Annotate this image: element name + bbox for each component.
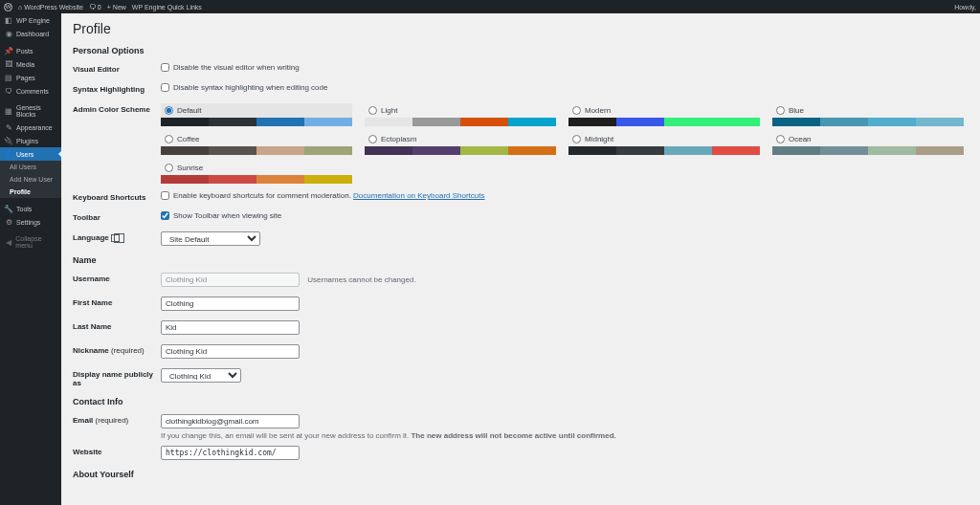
- keyboard-shortcuts-checkbox[interactable]: Enable keyboard shortcuts for comment mo…: [161, 191, 485, 200]
- swatch: [568, 146, 616, 155]
- swatch: [412, 118, 460, 126]
- keyboard-shortcuts-doc-link[interactable]: Documentation on Keyboard Shortcuts: [353, 191, 484, 200]
- toolbar-left: W ⌂ WordPress Website 🗨 0 + New WP Engin…: [4, 3, 202, 11]
- color-scheme-blue[interactable]: Blue: [772, 103, 964, 126]
- color-scheme-radio-label[interactable]: Default: [161, 103, 352, 118]
- color-scheme-radio-label[interactable]: Ocean: [772, 132, 964, 146]
- toolbar-checkbox[interactable]: Show Toolbar when viewing site: [161, 211, 281, 220]
- sidebar-item-wpengine[interactable]: ◧ WP Engine: [0, 13, 61, 27]
- home-icon: ⌂: [18, 4, 22, 11]
- visual-editor-checkbox-input[interactable]: [161, 63, 169, 72]
- sidebar-item-tools[interactable]: 🔧 Tools: [0, 202, 61, 215]
- sidebar-item-appearance[interactable]: ✎ Appearance: [0, 121, 61, 134]
- page-title: Profile: [73, 21, 969, 36]
- color-scheme-radio[interactable]: [165, 135, 173, 143]
- submenu-add-new-user[interactable]: Add New User: [0, 173, 61, 186]
- swatch: [256, 146, 304, 155]
- swatch: [161, 118, 209, 126]
- color-scheme-ocean[interactable]: Ocean: [772, 132, 964, 155]
- color-scheme-radio[interactable]: [368, 135, 377, 143]
- color-scheme-radio-label[interactable]: Ectoplasm: [365, 132, 556, 146]
- first-name-input[interactable]: [161, 296, 300, 311]
- comments-count: 0: [98, 4, 101, 11]
- sidebar-item-label: Users: [16, 151, 33, 158]
- language-select[interactable]: Site Default: [161, 231, 260, 246]
- swatch: [209, 175, 256, 184]
- last-name-input[interactable]: [161, 320, 300, 335]
- color-scheme-swatches: [365, 118, 556, 126]
- color-scheme-radio[interactable]: [776, 106, 785, 115]
- color-scheme-coffee[interactable]: Coffee: [161, 132, 352, 155]
- color-scheme-modern[interactable]: Modern: [568, 103, 760, 126]
- color-scheme-radio-label[interactable]: Blue: [772, 103, 964, 118]
- color-scheme-radio[interactable]: [776, 135, 785, 143]
- comments-link[interactable]: 🗨 0: [89, 4, 101, 11]
- color-scheme-radio[interactable]: [368, 106, 377, 115]
- syntax-checkbox-input[interactable]: [161, 83, 169, 92]
- sidebar-item-posts[interactable]: 📌 Posts: [0, 44, 61, 57]
- sidebar-item-plugins[interactable]: 🔌 Plugins: [0, 134, 61, 147]
- color-scheme-default[interactable]: Default: [161, 103, 352, 126]
- blocks-icon: ▦: [5, 107, 12, 115]
- page-icon: ▤: [5, 74, 12, 81]
- color-scheme-light[interactable]: Light: [365, 103, 556, 126]
- color-scheme-radio-label[interactable]: Coffee: [161, 132, 352, 146]
- label-language: Language: [73, 231, 161, 242]
- nickname-text: Nickname: [73, 346, 109, 355]
- color-scheme-name: Ectoplasm: [381, 135, 416, 143]
- visual-editor-checkbox[interactable]: Disable the visual editor when writing: [161, 63, 300, 72]
- comment-bubble-icon: 🗨: [89, 4, 96, 11]
- color-scheme-radio-label[interactable]: Light: [365, 103, 556, 118]
- swatch: [365, 118, 412, 126]
- color-scheme-radio[interactable]: [165, 164, 173, 172]
- sidebar-item-label: Collapse menu: [15, 235, 56, 249]
- submenu-all-users[interactable]: All Users: [0, 161, 61, 173]
- website-input[interactable]: [161, 446, 300, 460]
- sidebar-item-genesis[interactable]: ▦ Genesis Blocks: [0, 101, 61, 121]
- email-input[interactable]: [161, 414, 300, 428]
- color-scheme-radio[interactable]: [572, 135, 581, 143]
- color-scheme-radio-label[interactable]: Midnight: [568, 132, 760, 146]
- color-scheme-sunrise[interactable]: Sunrise: [161, 161, 352, 184]
- sidebar-item-label: Dashboard: [16, 31, 49, 37]
- swatch: [161, 146, 209, 155]
- label-nickname: Nickname (required): [73, 344, 161, 355]
- swatch: [916, 146, 964, 155]
- wp-logo-menu[interactable]: W: [4, 3, 12, 11]
- swatch: [616, 118, 664, 126]
- color-scheme-name: Blue: [789, 106, 804, 115]
- color-scheme-ectoplasm[interactable]: Ectoplasm: [365, 132, 556, 155]
- color-scheme-name: Coffee: [177, 135, 199, 143]
- new-content-link[interactable]: + New: [107, 4, 126, 11]
- sidebar-item-dashboard[interactable]: ◉ Dashboard: [0, 27, 61, 40]
- sidebar-item-media[interactable]: 🖼 Media: [0, 57, 61, 71]
- sidebar-item-users[interactable]: 👤 Users: [0, 147, 61, 161]
- color-scheme-radio[interactable]: [165, 106, 173, 115]
- label-display-name: Display name publicly as: [73, 368, 161, 387]
- main-content: Profile Personal Options Visual Editor D…: [61, 13, 980, 505]
- submenu-profile[interactable]: Profile: [0, 186, 61, 198]
- quicklinks-link[interactable]: WP Engine Quick Links: [132, 4, 202, 11]
- toolbar-checkbox-input[interactable]: [161, 211, 169, 220]
- swatch: [209, 118, 256, 126]
- label-username: Username: [73, 273, 161, 283]
- color-scheme-radio[interactable]: [572, 106, 581, 115]
- howdy-menu[interactable]: Howdy,: [954, 4, 976, 11]
- swatch: [664, 146, 712, 155]
- sidebar-item-collapse[interactable]: ◀ Collapse menu: [0, 232, 61, 252]
- site-name-link[interactable]: ⌂ WordPress Website: [18, 4, 83, 11]
- wpengine-icon: ◧: [5, 16, 12, 24]
- keyboard-shortcuts-checkbox-input[interactable]: [161, 191, 169, 200]
- nickname-input[interactable]: [161, 344, 300, 359]
- kb-shortcuts-text: Enable keyboard shortcuts for comment mo…: [173, 191, 353, 200]
- color-scheme-radio-label[interactable]: Sunrise: [161, 161, 352, 175]
- sidebar-item-settings[interactable]: ⚙ Settings: [0, 215, 61, 229]
- sidebar-item-comments[interactable]: 🗨 Comments: [0, 84, 61, 98]
- swatch: [460, 146, 508, 155]
- syntax-checkbox[interactable]: Disable syntax highlighting when editing…: [161, 83, 327, 92]
- color-scheme-radio-label[interactable]: Modern: [568, 103, 760, 118]
- display-name-select[interactable]: Clothing Kid: [161, 368, 241, 383]
- color-scheme-midnight[interactable]: Midnight: [568, 132, 760, 155]
- dashboard-icon: ◉: [5, 30, 12, 37]
- sidebar-item-pages[interactable]: ▤ Pages: [0, 71, 61, 84]
